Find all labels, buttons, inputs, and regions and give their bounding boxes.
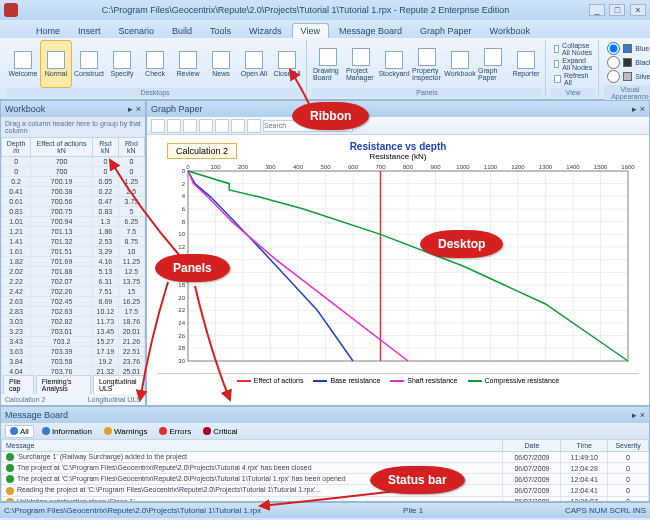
msg-row[interactable]: Reading the project at 'C:\Program Files… [2, 485, 649, 496]
ribbon-btn-review[interactable]: Review [172, 40, 204, 88]
table-row[interactable]: 3.84703.5819.223.76 [2, 357, 145, 367]
ribbon-tab-view[interactable]: View [292, 23, 329, 38]
ribbon-tab-build[interactable]: Build [164, 24, 200, 38]
tool-pan-icon[interactable] [183, 119, 197, 133]
ribbon-btn-news[interactable]: News [205, 40, 237, 88]
table-row[interactable]: 2.22702.076.3113.75 [2, 277, 145, 287]
ribbon-btn-reporter[interactable]: Reporter [510, 40, 542, 88]
theme-radio[interactable] [607, 42, 620, 55]
table-row[interactable]: 3.63703.3917.1922.51 [2, 347, 145, 357]
msg-col[interactable]: Severity [608, 440, 649, 452]
table-row[interactable]: 2.42702.267.5115 [2, 287, 145, 297]
msg-col[interactable]: Message [2, 440, 503, 452]
msg-col[interactable]: Date [503, 440, 561, 452]
table-row[interactable]: 070000 [2, 167, 145, 177]
col-header[interactable]: Depth m [2, 138, 31, 157]
ribbon-btn-construct[interactable]: Construct [73, 40, 105, 88]
msg-row[interactable]: The project at 'C:\Program Files\Geocent… [2, 463, 649, 474]
col-header[interactable]: Rbd kN [118, 138, 144, 157]
table-row[interactable]: 3.03702.8211.7318.76 [2, 317, 145, 327]
tool-zoom-icon[interactable] [167, 119, 181, 133]
ribbon-tab-wizards[interactable]: Wizards [241, 24, 290, 38]
minimize-button[interactable]: _ [589, 4, 605, 16]
table-row[interactable]: 3.43703.215.2721.26 [2, 337, 145, 347]
graph-search-input[interactable] [263, 120, 353, 132]
tool-copy-icon[interactable] [199, 119, 213, 133]
msgboard-close-icon[interactable]: ▸ × [632, 410, 645, 420]
workbook-tab-pile-cap[interactable]: Pile cap [3, 375, 34, 394]
ribbon-btn-graph-paper[interactable]: Graph Paper [477, 40, 509, 88]
table-row[interactable]: 0.2700.190.051.25 [2, 177, 145, 187]
msg-row[interactable]: 'Surcharge 1' (Railway Surcharge) added … [2, 452, 649, 463]
msgtab-errors[interactable]: Errors [155, 426, 195, 437]
node-action-expand-all-nodes[interactable]: Expand All Nodes [554, 57, 592, 71]
workbook-grid[interactable]: Depth mEffect of actions kNRsd kNRbd kN0… [1, 137, 145, 378]
table-row[interactable]: 070000 [2, 157, 145, 167]
tool-pointer-icon[interactable] [151, 119, 165, 133]
ribbon-btn-check[interactable]: Check [139, 40, 171, 88]
msg-row[interactable]: Validating construction stage 'Stage 1'0… [2, 496, 649, 501]
calc-tab[interactable]: Calculation 2 [167, 143, 237, 159]
ribbon-btn-specify[interactable]: Specify [106, 40, 138, 88]
table-row[interactable]: 1.82701.694.1611.25 [2, 257, 145, 267]
msg-row[interactable]: The project at 'C:\Program Files\Geocent… [2, 474, 649, 485]
msgboard-title: Message Board [5, 410, 68, 420]
node-action-collapse-all-nodes[interactable]: Collapse All Nodes [554, 42, 592, 56]
ribbon-tab-home[interactable]: Home [28, 24, 68, 38]
table-row[interactable]: 1.21701.131.867.5 [2, 227, 145, 237]
ribbon-tab-message-board[interactable]: Message Board [331, 24, 410, 38]
ribbon-tab-scenario[interactable]: Scenario [111, 24, 163, 38]
msgtab-all[interactable]: All [5, 425, 34, 438]
theme-silver[interactable]: Silver [607, 70, 650, 83]
chart-area[interactable]: Calculation 2 Resistance vs depth Resist… [147, 135, 649, 405]
msgboard-header[interactable]: Message Board ▸ × [1, 407, 649, 423]
theme-radio[interactable] [607, 70, 620, 83]
table-row[interactable]: 2.02701.885.1312.5 [2, 267, 145, 277]
col-header[interactable]: Rsd kN [92, 138, 118, 157]
graph-close-icon[interactable]: ▸ × [632, 104, 645, 114]
tool-print-icon[interactable] [231, 119, 245, 133]
ribbon-tab-tools[interactable]: Tools [202, 24, 239, 38]
workbook-tab-longitudinal-uls[interactable]: Longitudinal ULS [93, 375, 145, 394]
table-row[interactable]: 3.23703.0113.4520.01 [2, 327, 145, 337]
ribbon-btn-property-inspector[interactable]: Property Inspector [411, 40, 443, 88]
ribbon-tab-insert[interactable]: Insert [70, 24, 109, 38]
msg-col[interactable]: Time [561, 440, 608, 452]
tool-refresh-icon[interactable] [247, 119, 261, 133]
maximize-button[interactable]: □ [609, 4, 625, 16]
ribbon-btn-welcome[interactable]: Welcome [7, 40, 39, 88]
graph-header[interactable]: Graph Paper ▸ × [147, 101, 649, 117]
theme-blue[interactable]: Blue [607, 42, 650, 55]
node-action-refresh-all[interactable]: Refresh All [554, 72, 592, 86]
ribbon-btn-normal[interactable]: Normal [40, 40, 72, 88]
theme-black[interactable]: Black [607, 56, 650, 69]
group-by-hint[interactable]: Drag a column header here to group by th… [1, 117, 145, 137]
ribbon-btn-workbook[interactable]: Workbook [444, 40, 476, 88]
table-row[interactable]: 1.01700.941.36.25 [2, 217, 145, 227]
table-row[interactable]: 2.63702.458.6916.25 [2, 297, 145, 307]
ribbon-btn-close-all[interactable]: Close All [271, 40, 303, 88]
ribbon-btn-project-manager[interactable]: Project Manager [345, 40, 377, 88]
tool-text-icon[interactable] [215, 119, 229, 133]
table-row[interactable]: 0.61700.560.473.75 [2, 197, 145, 207]
msgboard-grid[interactable]: MessageDateTimeSeverity'Surcharge 1' (Ra… [1, 439, 649, 501]
workbook-header[interactable]: Workbook ▸ × [1, 101, 145, 117]
ribbon-btn-stockyard[interactable]: Stockyard [378, 40, 410, 88]
msgtab-information[interactable]: Information [38, 426, 96, 437]
ribbon-tab-workbook[interactable]: Workbook [482, 24, 538, 38]
workbook-tab-fleming-s-analysis[interactable]: Fleming's Analysis [36, 375, 91, 394]
table-row[interactable]: 0.41700.380.222.5 [2, 187, 145, 197]
ribbon-btn-open-all[interactable]: Open All [238, 40, 270, 88]
table-row[interactable]: 1.61701.513.2910 [2, 247, 145, 257]
table-row[interactable]: 2.83702.6310.1217.5 [2, 307, 145, 317]
col-header[interactable]: Effect of actions kN [31, 138, 93, 157]
ribbon-tab-graph-paper[interactable]: Graph Paper [412, 24, 480, 38]
table-row[interactable]: 0.81700.750.835 [2, 207, 145, 217]
theme-radio[interactable] [607, 56, 620, 69]
msgtab-critical[interactable]: Critical [199, 426, 241, 437]
close-button[interactable]: × [630, 4, 646, 16]
ribbon-btn-drawing-board[interactable]: Drawing Board [312, 40, 344, 88]
workbook-close-icon[interactable]: ▸ × [128, 104, 141, 114]
table-row[interactable]: 1.41701.322.538.75 [2, 237, 145, 247]
msgtab-warnings[interactable]: Warnings [100, 426, 152, 437]
